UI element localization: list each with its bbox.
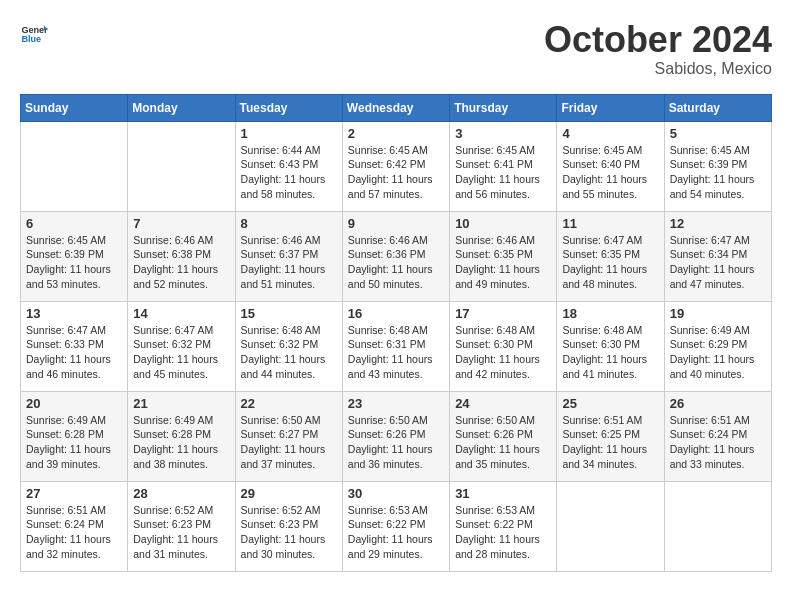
calendar-cell: 19Sunrise: 6:49 AMSunset: 6:29 PMDayligh… <box>664 301 771 391</box>
cell-info: Sunrise: 6:48 AMSunset: 6:31 PMDaylight:… <box>348 323 444 382</box>
cell-info: Sunrise: 6:46 AMSunset: 6:35 PMDaylight:… <box>455 233 551 292</box>
calendar-cell <box>664 481 771 571</box>
cell-info: Sunrise: 6:53 AMSunset: 6:22 PMDaylight:… <box>455 503 551 562</box>
calendar-cell: 1Sunrise: 6:44 AMSunset: 6:43 PMDaylight… <box>235 121 342 211</box>
cell-info: Sunrise: 6:45 AMSunset: 6:39 PMDaylight:… <box>26 233 122 292</box>
cell-info: Sunrise: 6:45 AMSunset: 6:41 PMDaylight:… <box>455 143 551 202</box>
header-saturday: Saturday <box>664 94 771 121</box>
logo-icon: General Blue <box>20 20 48 48</box>
calendar-cell <box>557 481 664 571</box>
calendar-cell: 29Sunrise: 6:52 AMSunset: 6:23 PMDayligh… <box>235 481 342 571</box>
header-thursday: Thursday <box>450 94 557 121</box>
title-area: October 2024 Sabidos, Mexico <box>544 20 772 78</box>
cell-info: Sunrise: 6:48 AMSunset: 6:30 PMDaylight:… <box>455 323 551 382</box>
cell-info: Sunrise: 6:50 AMSunset: 6:27 PMDaylight:… <box>241 413 337 472</box>
day-number: 6 <box>26 216 122 231</box>
day-number: 25 <box>562 396 658 411</box>
calendar-cell: 12Sunrise: 6:47 AMSunset: 6:34 PMDayligh… <box>664 211 771 301</box>
day-number: 3 <box>455 126 551 141</box>
calendar-cell: 24Sunrise: 6:50 AMSunset: 6:26 PMDayligh… <box>450 391 557 481</box>
cell-info: Sunrise: 6:50 AMSunset: 6:26 PMDaylight:… <box>348 413 444 472</box>
week-row-2: 13Sunrise: 6:47 AMSunset: 6:33 PMDayligh… <box>21 301 772 391</box>
day-number: 31 <box>455 486 551 501</box>
header-wednesday: Wednesday <box>342 94 449 121</box>
day-number: 10 <box>455 216 551 231</box>
logo: General Blue <box>20 20 48 48</box>
header-sunday: Sunday <box>21 94 128 121</box>
header-friday: Friday <box>557 94 664 121</box>
svg-text:Blue: Blue <box>21 34 41 44</box>
day-number: 15 <box>241 306 337 321</box>
calendar-cell <box>21 121 128 211</box>
location: Sabidos, Mexico <box>544 60 772 78</box>
day-number: 11 <box>562 216 658 231</box>
month-title: October 2024 <box>544 20 772 60</box>
header-monday: Monday <box>128 94 235 121</box>
header-tuesday: Tuesday <box>235 94 342 121</box>
calendar-cell: 7Sunrise: 6:46 AMSunset: 6:38 PMDaylight… <box>128 211 235 301</box>
day-number: 27 <box>26 486 122 501</box>
calendar-cell: 5Sunrise: 6:45 AMSunset: 6:39 PMDaylight… <box>664 121 771 211</box>
day-number: 19 <box>670 306 766 321</box>
cell-info: Sunrise: 6:50 AMSunset: 6:26 PMDaylight:… <box>455 413 551 472</box>
day-number: 17 <box>455 306 551 321</box>
cell-info: Sunrise: 6:52 AMSunset: 6:23 PMDaylight:… <box>133 503 229 562</box>
day-number: 7 <box>133 216 229 231</box>
cell-info: Sunrise: 6:51 AMSunset: 6:24 PMDaylight:… <box>670 413 766 472</box>
day-number: 23 <box>348 396 444 411</box>
calendar-cell: 2Sunrise: 6:45 AMSunset: 6:42 PMDaylight… <box>342 121 449 211</box>
cell-info: Sunrise: 6:47 AMSunset: 6:32 PMDaylight:… <box>133 323 229 382</box>
week-row-4: 27Sunrise: 6:51 AMSunset: 6:24 PMDayligh… <box>21 481 772 571</box>
calendar-cell: 10Sunrise: 6:46 AMSunset: 6:35 PMDayligh… <box>450 211 557 301</box>
calendar-table: SundayMondayTuesdayWednesdayThursdayFrid… <box>20 94 772 572</box>
calendar-cell: 4Sunrise: 6:45 AMSunset: 6:40 PMDaylight… <box>557 121 664 211</box>
calendar-cell: 8Sunrise: 6:46 AMSunset: 6:37 PMDaylight… <box>235 211 342 301</box>
week-row-0: 1Sunrise: 6:44 AMSunset: 6:43 PMDaylight… <box>21 121 772 211</box>
cell-info: Sunrise: 6:45 AMSunset: 6:40 PMDaylight:… <box>562 143 658 202</box>
day-number: 14 <box>133 306 229 321</box>
calendar-cell <box>128 121 235 211</box>
cell-info: Sunrise: 6:49 AMSunset: 6:28 PMDaylight:… <box>133 413 229 472</box>
calendar-cell: 13Sunrise: 6:47 AMSunset: 6:33 PMDayligh… <box>21 301 128 391</box>
calendar-cell: 28Sunrise: 6:52 AMSunset: 6:23 PMDayligh… <box>128 481 235 571</box>
calendar-cell: 31Sunrise: 6:53 AMSunset: 6:22 PMDayligh… <box>450 481 557 571</box>
cell-info: Sunrise: 6:47 AMSunset: 6:34 PMDaylight:… <box>670 233 766 292</box>
day-number: 21 <box>133 396 229 411</box>
calendar-cell: 17Sunrise: 6:48 AMSunset: 6:30 PMDayligh… <box>450 301 557 391</box>
calendar-cell: 11Sunrise: 6:47 AMSunset: 6:35 PMDayligh… <box>557 211 664 301</box>
calendar-header-row: SundayMondayTuesdayWednesdayThursdayFrid… <box>21 94 772 121</box>
cell-info: Sunrise: 6:51 AMSunset: 6:24 PMDaylight:… <box>26 503 122 562</box>
cell-info: Sunrise: 6:48 AMSunset: 6:30 PMDaylight:… <box>562 323 658 382</box>
calendar-cell: 23Sunrise: 6:50 AMSunset: 6:26 PMDayligh… <box>342 391 449 481</box>
cell-info: Sunrise: 6:46 AMSunset: 6:38 PMDaylight:… <box>133 233 229 292</box>
cell-info: Sunrise: 6:46 AMSunset: 6:36 PMDaylight:… <box>348 233 444 292</box>
calendar-cell: 15Sunrise: 6:48 AMSunset: 6:32 PMDayligh… <box>235 301 342 391</box>
calendar-cell: 14Sunrise: 6:47 AMSunset: 6:32 PMDayligh… <box>128 301 235 391</box>
calendar-cell: 16Sunrise: 6:48 AMSunset: 6:31 PMDayligh… <box>342 301 449 391</box>
cell-info: Sunrise: 6:46 AMSunset: 6:37 PMDaylight:… <box>241 233 337 292</box>
cell-info: Sunrise: 6:49 AMSunset: 6:28 PMDaylight:… <box>26 413 122 472</box>
calendar-cell: 21Sunrise: 6:49 AMSunset: 6:28 PMDayligh… <box>128 391 235 481</box>
day-number: 24 <box>455 396 551 411</box>
day-number: 9 <box>348 216 444 231</box>
calendar-cell: 25Sunrise: 6:51 AMSunset: 6:25 PMDayligh… <box>557 391 664 481</box>
day-number: 4 <box>562 126 658 141</box>
day-number: 1 <box>241 126 337 141</box>
day-number: 5 <box>670 126 766 141</box>
cell-info: Sunrise: 6:49 AMSunset: 6:29 PMDaylight:… <box>670 323 766 382</box>
cell-info: Sunrise: 6:45 AMSunset: 6:39 PMDaylight:… <box>670 143 766 202</box>
calendar-cell: 6Sunrise: 6:45 AMSunset: 6:39 PMDaylight… <box>21 211 128 301</box>
day-number: 29 <box>241 486 337 501</box>
cell-info: Sunrise: 6:51 AMSunset: 6:25 PMDaylight:… <box>562 413 658 472</box>
day-number: 13 <box>26 306 122 321</box>
cell-info: Sunrise: 6:53 AMSunset: 6:22 PMDaylight:… <box>348 503 444 562</box>
day-number: 12 <box>670 216 766 231</box>
calendar-cell: 22Sunrise: 6:50 AMSunset: 6:27 PMDayligh… <box>235 391 342 481</box>
cell-info: Sunrise: 6:48 AMSunset: 6:32 PMDaylight:… <box>241 323 337 382</box>
calendar-cell: 30Sunrise: 6:53 AMSunset: 6:22 PMDayligh… <box>342 481 449 571</box>
calendar-cell: 9Sunrise: 6:46 AMSunset: 6:36 PMDaylight… <box>342 211 449 301</box>
day-number: 8 <box>241 216 337 231</box>
cell-info: Sunrise: 6:47 AMSunset: 6:35 PMDaylight:… <box>562 233 658 292</box>
week-row-1: 6Sunrise: 6:45 AMSunset: 6:39 PMDaylight… <box>21 211 772 301</box>
day-number: 22 <box>241 396 337 411</box>
